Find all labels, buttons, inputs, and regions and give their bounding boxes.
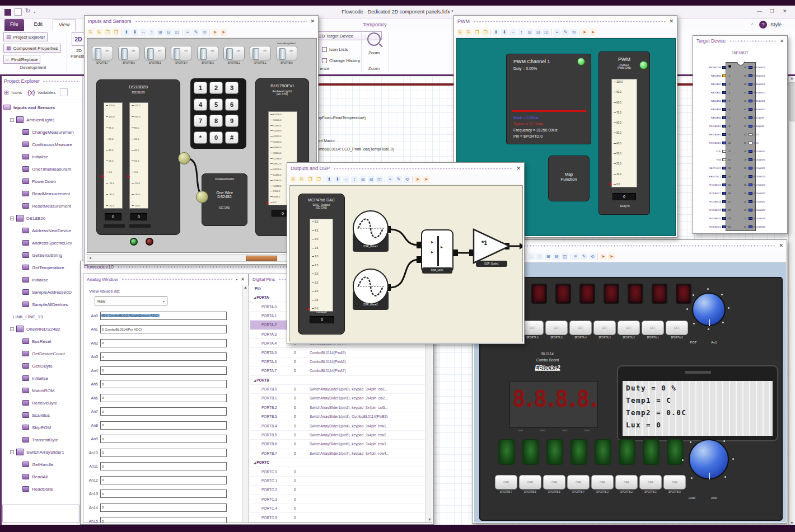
tree-item[interactable]: BusReset xyxy=(0,335,82,347)
toolbar-icon[interactable]: | xyxy=(551,29,552,36)
toolbar-icon[interactable]: ⎘ xyxy=(298,176,305,183)
close-panel-icon[interactable]: ✕ xyxy=(516,166,521,171)
pin-pad-left[interactable] xyxy=(722,133,726,136)
toolbar-icon[interactable]: ❐ xyxy=(315,176,322,183)
connector-node[interactable] xyxy=(178,152,190,164)
keypad-key[interactable]: 6 xyxy=(225,98,238,111)
toolbar-icon[interactable]: ≡ xyxy=(387,176,394,183)
pin-pad-right[interactable] xyxy=(749,158,752,161)
keypad-key[interactable]: * xyxy=(194,131,207,144)
analog-value-field[interactable]: 0 xyxy=(100,394,227,402)
tree-item[interactable]: − AmbientLight1 xyxy=(0,114,82,126)
tree-item[interactable]: MatchROM xyxy=(0,384,82,397)
toolbar-icon[interactable]: ◫ xyxy=(376,176,383,183)
pin-pad-left[interactable] xyxy=(722,74,726,77)
toolbar-icon[interactable]: ⊞ xyxy=(157,29,163,36)
view-values-dropdown[interactable]: Raw ▾ xyxy=(95,296,167,305)
dsp-wave1-component[interactable]: DSP_Wave1 xyxy=(352,210,390,253)
digital-pin-row[interactable]: PORTC.3 0 xyxy=(250,495,425,504)
close-panel-icon[interactable]: ✕ xyxy=(310,19,315,24)
toolbar-icon[interactable]: ◫ xyxy=(562,253,568,260)
green-button[interactable] xyxy=(570,439,587,465)
toggle-switch[interactable] xyxy=(223,46,245,60)
analog-value-field[interactable]: 0 ComboBL0114(Pot ADC) xyxy=(100,325,227,333)
digital-pin-row[interactable]: PORTB.2 0 SwitchArraySlider1(pin2), keyp… xyxy=(250,403,425,412)
toolbar-icon[interactable]: ➤ xyxy=(600,253,606,260)
keypad-key[interactable]: 1 xyxy=(194,82,207,94)
analog-value-field[interactable]: 0 xyxy=(100,366,227,375)
temperature-scale-2[interactable]: 125.0105.085.065.045.025.05.0-15.0-35.0-… xyxy=(129,102,148,209)
outputs-titlebar[interactable]: Outputs and DSP ✕ xyxy=(287,163,524,174)
toolbar-icon[interactable]: | xyxy=(412,176,413,183)
dsp-mix-component[interactable]: ▸ ▸ ▸ DSP_MIX1 xyxy=(421,229,453,277)
tree-item[interactable]: SampleAllDevices xyxy=(0,298,82,310)
toolbar-icon[interactable]: ↔ xyxy=(528,253,535,260)
tree-item[interactable]: ReadMeasurement xyxy=(0,187,82,200)
toolbar-icon[interactable]: | xyxy=(209,29,210,36)
toolbar-icon[interactable]: ⎘ xyxy=(87,29,94,36)
variables-tab-icon[interactable]: {x} xyxy=(27,90,35,96)
pin-pad-left[interactable] xyxy=(722,66,726,69)
analog-value-field[interactable]: 0 xyxy=(100,462,227,470)
2d-panels-icon[interactable]: 2D xyxy=(72,32,85,46)
toolbar-icon[interactable]: ❐ xyxy=(474,29,480,36)
port-switch-button[interactable]: OFF xyxy=(618,321,640,335)
tree-item[interactable]: AddressNextDevice xyxy=(0,224,82,237)
pin-pad-right[interactable] xyxy=(749,100,752,102)
tree-item[interactable]: GetHandle xyxy=(0,458,82,470)
scroll-up-icon[interactable]: ▲ xyxy=(242,285,249,289)
pin-pad-left[interactable] xyxy=(722,91,726,94)
tree-item[interactable]: ResetMeasurement xyxy=(0,200,82,212)
toolbar-icon[interactable]: | xyxy=(121,29,121,36)
digital-pin-row[interactable]: PORTB.1 0 SwitchArraySlider1(pin1), keyp… xyxy=(250,394,425,403)
tree-item[interactable]: Initialise xyxy=(0,372,82,384)
pin-pad-left[interactable] xyxy=(722,158,726,161)
pin-pad-right[interactable] xyxy=(749,133,752,136)
keypad-key[interactable]: 7 xyxy=(194,115,207,127)
tree-item[interactable]: ChangeMeasuremen xyxy=(0,126,82,138)
tree-item[interactable]: GetIDByte xyxy=(0,360,82,372)
port-switch-button[interactable]: OFF xyxy=(666,321,688,335)
pin-pad-right[interactable] xyxy=(749,200,752,203)
port-switch-button[interactable]: OFF xyxy=(519,475,541,489)
pwm-titlebar[interactable]: PWM ✕ xyxy=(454,16,677,27)
scroll-up-icon[interactable]: ▲ xyxy=(789,76,795,80)
toolbar-icon[interactable]: ➤ xyxy=(423,176,429,183)
collapse-ribbon-icon[interactable]: ^ xyxy=(751,22,754,27)
digital-pin-row[interactable]: PORTB xyxy=(250,376,425,385)
toolbar-icon[interactable]: ⟲ xyxy=(201,29,208,36)
tree-item[interactable]: Initialise xyxy=(0,150,82,163)
close-panel-icon[interactable]: ✕ xyxy=(780,39,784,44)
toolbar-icon[interactable]: ⬇ xyxy=(334,176,341,183)
toolbar-icon[interactable]: ⊞ xyxy=(545,253,551,260)
toggle-switch[interactable] xyxy=(92,46,113,60)
toolbar-icon[interactable]: ❐ xyxy=(113,29,119,36)
keypad-key[interactable]: 2 xyxy=(209,82,223,94)
analog-value-field[interactable]: 0 xyxy=(100,352,227,361)
help-icon[interactable]: ? xyxy=(759,21,767,29)
analog-value-field[interactable]: 0 xyxy=(100,407,227,416)
pin-pad-right[interactable] xyxy=(749,74,752,77)
toggle-switch[interactable] xyxy=(250,46,271,60)
keypad-key[interactable]: 5 xyxy=(209,98,223,111)
ribbon-button[interactable]: ⌕ Find/Replace xyxy=(3,55,40,64)
green-button[interactable] xyxy=(595,439,611,465)
zoom-button-label[interactable]: Zoom xyxy=(365,50,383,55)
digital-pin-row[interactable]: PORTC.0 0 xyxy=(250,467,425,476)
keypad-key[interactable]: 4 xyxy=(194,98,207,111)
port-switch-button[interactable]: OFF xyxy=(591,475,614,489)
tree-item[interactable]: AddressSpecificDev xyxy=(0,237,82,249)
ribbon-button[interactable]: ▤ Project Explorer xyxy=(3,32,48,41)
port-switch-button[interactable]: OFF xyxy=(495,475,517,489)
pin-pad-left[interactable] xyxy=(722,175,726,178)
analog-value-field[interactable]: 0 xyxy=(100,339,227,347)
dsp-canvas[interactable]: MCP47x6 DAC DAC_Output (I2C CH1) 5.04.54… xyxy=(289,185,523,342)
digital-pin-row[interactable]: PORTB.7 0 SwitchArraySlider1(pin7), keyp… xyxy=(250,449,425,458)
close-panel-icon[interactable]: ✕ xyxy=(241,277,245,282)
digital-pin-row[interactable]: PORTB.6 0 SwitchArraySlider1(pin6), keyp… xyxy=(250,440,425,449)
ldr-knob[interactable] xyxy=(689,439,729,479)
target-titlebar[interactable]: Target Device ✕ xyxy=(693,36,787,46)
scrollbar-thumb[interactable] xyxy=(789,82,794,121)
tree-expander-icon[interactable]: − xyxy=(10,450,14,454)
digital-pin-row[interactable]: PORTA.5 0 ComboBL0114(PinA5) xyxy=(250,348,425,357)
